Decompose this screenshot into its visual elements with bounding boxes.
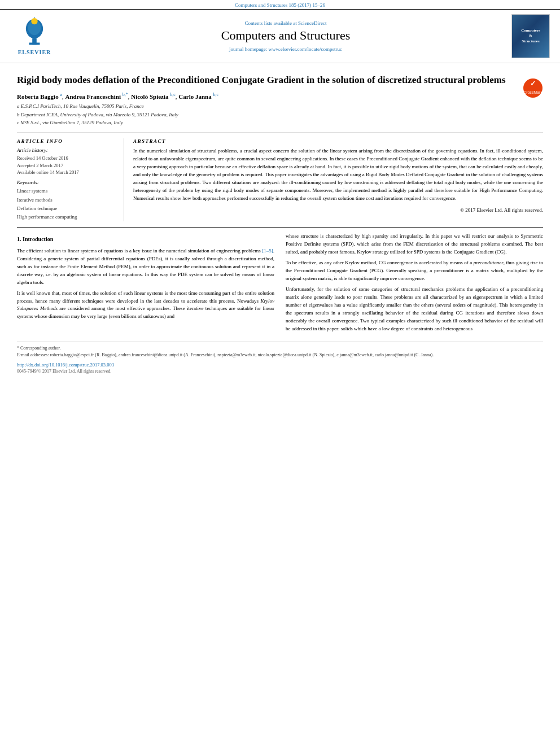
affiliation-a: a E.S.P.C.I ParisTech, 10 Rue Vauquelin,… <box>17 103 517 111</box>
keyword-3: Deflation technique <box>17 204 117 213</box>
svg-point-4 <box>31 18 37 24</box>
cover-line3: Structures <box>522 39 539 44</box>
svg-text:CrossMark: CrossMark <box>523 90 542 94</box>
intro-para-4: To be effective, as any other Krylov met… <box>286 259 543 283</box>
svg-rect-1 <box>29 43 40 45</box>
keyword-1: Linear systems <box>17 187 117 195</box>
journal-citation-bar: Computers and Structures 185 (2017) 15–2… <box>0 0 560 9</box>
crossmark-icon: ✓ CrossMark <box>523 78 543 98</box>
science-direct-link[interactable]: ScienceDirect <box>298 20 326 26</box>
article-title-section: Rigid body modes deflation of the Precon… <box>17 68 543 133</box>
intro-para-5: Unfortunately, for the solution of some … <box>286 286 543 333</box>
homepage-url[interactable]: www.elsevier.com/locate/compstruc <box>269 46 342 52</box>
authors-line: Roberta Baggio a, Andrea Franceschini b,… <box>17 93 517 101</box>
keyword-2: Iterative methods <box>17 196 117 204</box>
mini-cover: Computers & Structures <box>511 14 550 58</box>
intro-para-2: It is well known that, most of times, th… <box>17 290 274 321</box>
article-info-title: ARTICLE INFO <box>17 138 117 144</box>
history-label: Article history: <box>17 147 117 153</box>
journal-center: Contents lists available at ScienceDirec… <box>65 20 506 52</box>
footer-links: http://dx.doi.org/10.1016/j.compstruc.20… <box>17 361 543 368</box>
doi-link[interactable]: http://dx.doi.org/10.1016/j.compstruc.20… <box>17 362 114 368</box>
article-title-text: Rigid body modes deflation of the Precon… <box>17 73 517 128</box>
svg-text:✓: ✓ <box>530 80 536 88</box>
elsevier-label: ELSEVIER <box>18 49 51 55</box>
journal-header: ELSEVIER Contents lists available at Sci… <box>0 9 560 63</box>
available-online-date: Available online 14 March 2017 <box>17 169 117 176</box>
footnote: * Corresponding author. E-mail addresses… <box>17 345 543 359</box>
keywords-list: Linear systems Iterative methods Deflati… <box>17 187 117 221</box>
journal-homepage: journal homepage: www.elsevier.com/locat… <box>65 46 506 52</box>
cover-line1: Computers <box>521 28 540 33</box>
intro-para-3: whose structure is characterized by high… <box>286 233 543 256</box>
body-col-left: 1. Introduction The efficient solution t… <box>17 233 274 335</box>
abstract-title: ABSTRACT <box>133 138 543 144</box>
content-available-text: Contents lists available at ScienceDirec… <box>65 20 506 26</box>
email-franceschini[interactable]: andrea.franceschini@dicea.unipd.it <box>119 352 182 357</box>
journal-citation-text: Computers and Structures 185 (2017) 15–2… <box>235 2 325 8</box>
email-spiezia1[interactable]: nspiezia@m3eweb.it <box>217 352 255 357</box>
crossmark-logo: ✓ CrossMark <box>523 78 543 98</box>
article-title: Rigid body modes deflation of the Precon… <box>17 73 517 87</box>
email-spiezia2[interactable]: nicolo.spiezia@dicea.unipd.it <box>257 352 311 357</box>
journal-title-header: Computers and Structures <box>65 28 506 43</box>
email-addresses: roberta.baggio@espci.fr (R. Baggio), and… <box>50 352 434 357</box>
keyword-4: High performance computing <box>17 213 117 221</box>
accepted-date: Accepted 2 March 2017 <box>17 162 117 169</box>
section-divider <box>17 228 543 228</box>
introduction-heading: 1. Introduction <box>17 235 274 244</box>
affiliation-c: c M²E S.r.l., via Giambellino 7, 35129 P… <box>17 119 517 127</box>
email-janna2[interactable]: carlo.janna@unipd.it <box>375 352 413 357</box>
article-info: ARTICLE INFO Article history: Received 1… <box>17 138 124 221</box>
footnote-star: * Corresponding author. <box>17 346 61 351</box>
elsevier-logo-section: ELSEVIER <box>9 17 60 55</box>
authors-text: Roberta Baggio a, Andrea Franceschini b,… <box>17 93 218 100</box>
footer-section: * Corresponding author. E-mail addresses… <box>17 342 543 374</box>
article-content: Rigid body modes deflation of the Precon… <box>0 63 560 379</box>
email-baggio[interactable]: roberta.baggio@espci.fr <box>50 352 94 357</box>
cover-line2: & <box>529 33 532 38</box>
article-body: ARTICLE INFO Article history: Received 1… <box>17 138 543 228</box>
received-date: Received 14 October 2016 <box>17 155 117 162</box>
affiliations: a E.S.P.C.I ParisTech, 10 Rue Vauquelin,… <box>17 103 517 127</box>
elsevier-logo: ELSEVIER <box>18 17 51 55</box>
main-body: 1. Introduction The efficient solution t… <box>17 233 543 335</box>
email-janna1[interactable]: c.janna@m3eweb.it <box>336 352 373 357</box>
ref-link-1-5[interactable]: [1–5] <box>262 248 273 254</box>
elsevier-tree-icon <box>18 17 51 48</box>
affiliation-b: b Department ICEA, University of Padova,… <box>17 111 517 119</box>
body-col-right: whose structure is characterized by high… <box>286 233 543 335</box>
abstract-section: ABSTRACT In the numerical simulation of … <box>133 138 543 221</box>
journal-cover-image: Computers & Structures <box>511 14 551 58</box>
abstract-text: In the numerical simulation of structura… <box>133 147 543 203</box>
intro-para-1: The efficient solution to linear systems… <box>17 247 274 287</box>
copyright-line: © 2017 Elsevier Ltd. All rights reserved… <box>133 207 543 213</box>
keywords-label: Keywords: <box>17 180 117 185</box>
footer-copyright: 0045-7949/© 2017 Elsevier Ltd. All right… <box>17 369 543 374</box>
email-label: E-mail addresses: <box>17 352 49 357</box>
